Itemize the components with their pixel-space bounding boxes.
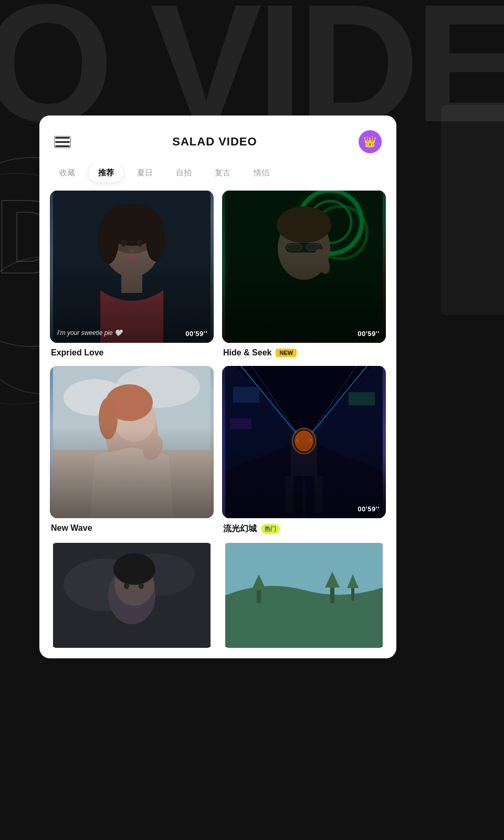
video-grid-row3 xyxy=(39,534,396,648)
crown-icon: 👑 xyxy=(363,135,376,148)
video-item-5[interactable] xyxy=(50,543,214,648)
video-thumb-1: I'm your sweetie pie 🤍 00'59'' xyxy=(50,191,214,343)
tab-summer[interactable]: 夏日 xyxy=(128,164,162,182)
tab-couple[interactable]: 情侣 xyxy=(244,164,279,182)
video-thumb-4: ✕ ✕ 00'59'' xyxy=(222,366,386,518)
thumb-2-duration: 00'59'' xyxy=(358,330,380,338)
video-2-title-row: Hide & Seek NEW xyxy=(222,348,386,358)
thumb-4-duration: 00'59'' xyxy=(358,505,380,513)
menu-line-1 xyxy=(55,137,70,139)
video-item-4[interactable]: ✕ ✕ 00'59'' 流光幻城 热门 xyxy=(222,366,386,534)
bg-right-panel xyxy=(441,105,504,315)
menu-line-3 xyxy=(55,145,70,147)
app-title: SALAD VIDEO xyxy=(172,135,257,149)
header: SALAD VIDEO 👑 xyxy=(39,116,396,164)
thumb-3-gradient xyxy=(50,427,214,518)
tab-favorites[interactable]: 收藏 xyxy=(50,164,85,182)
menu-button[interactable] xyxy=(54,136,71,148)
thumb-4-gradient xyxy=(222,427,386,518)
video-item-1[interactable]: I'm your sweetie pie 🤍 00'59'' Expried L… xyxy=(50,191,214,358)
video-4-badge: 热门 xyxy=(261,524,280,534)
video-item-6[interactable] xyxy=(222,543,386,648)
video-thumb-3 xyxy=(50,366,214,518)
app-card: SALAD VIDEO 👑 收藏 推荐 夏日 自拍 复古 情侣 xyxy=(39,116,396,658)
tab-selfie[interactable]: 自拍 xyxy=(166,164,201,182)
video-grid-row1: I'm your sweetie pie 🤍 00'59'' Expried L… xyxy=(39,191,396,358)
thumb-5-art xyxy=(50,543,214,648)
thumb-1-overlay: I'm your sweetie pie 🤍 xyxy=(57,329,122,337)
video-1-title: Expried Love xyxy=(51,348,103,358)
tab-recommend[interactable]: 推荐 xyxy=(89,164,123,182)
thumb-6-art xyxy=(222,543,386,648)
menu-line-2 xyxy=(55,141,70,143)
video-thumb-2: 00'59'' xyxy=(222,191,386,343)
svg-rect-69 xyxy=(53,543,211,648)
video-thumb-5 xyxy=(50,543,214,648)
video-item-3[interactable]: New Wave xyxy=(50,366,214,534)
video-thumb-6 xyxy=(222,543,386,648)
thumb-1-duration: 00'59'' xyxy=(185,330,207,338)
video-2-badge: NEW xyxy=(276,349,297,357)
thumb-2-gradient xyxy=(222,251,386,343)
tab-retro[interactable]: 复古 xyxy=(205,164,240,182)
nav-tabs: 收藏 推荐 夏日 自拍 复古 情侣 xyxy=(39,164,396,191)
video-1-title-row: Expried Love xyxy=(50,348,214,358)
video-item-2[interactable]: 00'59'' Hide & Seek NEW xyxy=(222,191,386,358)
video-3-title: New Wave xyxy=(51,523,92,533)
video-2-title: Hide & Seek xyxy=(223,348,271,358)
video-4-title-row: 流光幻城 热门 xyxy=(222,523,386,534)
video-3-title-row: New Wave xyxy=(50,523,214,533)
crown-button[interactable]: 👑 xyxy=(359,130,382,153)
svg-rect-78 xyxy=(225,543,383,648)
video-grid-row2: New Wave xyxy=(39,366,396,534)
video-4-title: 流光幻城 xyxy=(223,523,257,534)
